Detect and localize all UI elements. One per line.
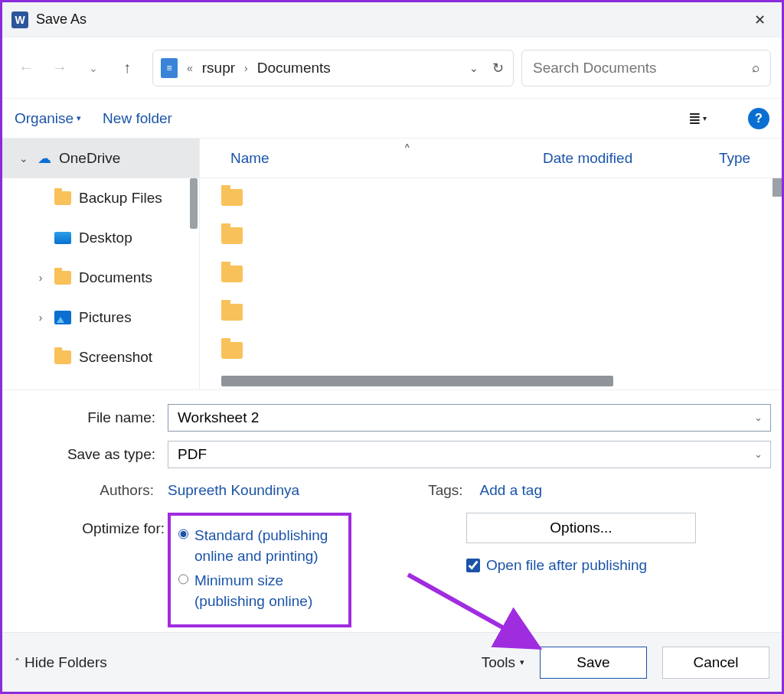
organise-menu[interactable]: Organise ▾ — [15, 110, 81, 127]
folder-icon — [54, 271, 71, 285]
tags-label: Tags: — [428, 482, 473, 499]
tree-item-backup-files[interactable]: Backup Files — [2, 178, 199, 218]
folder-icon — [221, 266, 243, 282]
body-split: ⌄ ☁ OneDrive Backup Files Desktop › Docu… — [2, 138, 782, 389]
open-after-label: Open file after publishing — [486, 557, 647, 574]
authors-label: Authors: — [13, 482, 162, 499]
tree-item-pictures[interactable]: › Pictures — [2, 298, 199, 337]
authors-value[interactable]: Supreeth Koundinya — [168, 482, 299, 499]
dialog-footer: ˄ Hide Folders Tools ▾ Save Cancel — [2, 632, 782, 692]
horizontal-scrollbar[interactable] — [221, 376, 613, 386]
chevron-right-icon[interactable]: « — [185, 62, 194, 74]
help-icon[interactable]: ? — [748, 108, 769, 129]
radio-standard-label: Standard (publishing online and printing… — [194, 525, 341, 567]
save-form: File name: Worksheet 2 ⌄ Save as type: P… — [2, 389, 782, 632]
chevron-right-icon: › — [243, 62, 250, 74]
tree-label: Documents — [79, 269, 152, 286]
file-list-pane: Name ˄ Date modified Type — [200, 138, 782, 389]
location-icon: ≡ — [161, 58, 178, 78]
hide-folders-label: Hide Folders — [24, 654, 107, 671]
file-row[interactable] — [200, 178, 782, 217]
search-input[interactable] — [533, 60, 752, 77]
collapse-icon[interactable]: ⌄ — [18, 152, 30, 165]
tree-label: Pictures — [79, 309, 132, 326]
search-icon[interactable]: ⌕ — [752, 60, 760, 76]
tree-item-screenshot[interactable]: Screenshot — [2, 337, 199, 377]
folder-icon — [221, 227, 243, 244]
address-bar[interactable]: ≡ « rsupr › Documents ⌄ ↻ — [152, 50, 514, 86]
close-icon[interactable]: ✕ — [746, 11, 773, 28]
save-as-type-value: PDF — [178, 446, 207, 463]
file-row[interactable] — [200, 255, 782, 293]
save-as-type-dropdown[interactable]: PDF ⌄ — [168, 441, 771, 468]
up-icon[interactable]: ↑ — [114, 55, 140, 81]
view-mode-button[interactable]: ≣ ▾ — [682, 106, 713, 132]
word-icon: W — [11, 11, 28, 28]
organise-label: Organise — [15, 110, 74, 127]
radio-standard[interactable]: Standard (publishing online and printing… — [178, 525, 341, 567]
cancel-button[interactable]: Cancel — [662, 647, 769, 679]
column-type[interactable]: Type — [719, 150, 768, 167]
column-name[interactable]: Name ˄ — [230, 149, 543, 167]
scrollbar-thumb[interactable] — [190, 178, 198, 229]
tags-value[interactable]: Add a tag — [480, 482, 542, 499]
tree-label: Screenshot — [79, 349, 152, 366]
tree-label: Desktop — [79, 230, 132, 246]
folder-icon — [221, 342, 243, 359]
tree-item-desktop[interactable]: Desktop — [2, 218, 199, 258]
open-after-checkbox[interactable]: Open file after publishing — [466, 557, 647, 574]
file-name-input[interactable]: Worksheet 2 ⌄ — [168, 404, 771, 432]
recent-dropdown-icon[interactable]: ⌄ — [80, 55, 106, 81]
save-as-type-label: Save as type: — [13, 446, 162, 463]
hide-folders-button[interactable]: ˄ Hide Folders — [15, 654, 107, 671]
file-row[interactable] — [200, 217, 782, 255]
expand-icon[interactable]: › — [34, 311, 47, 324]
chevron-down-icon: ▾ — [520, 657, 524, 667]
column-name-label: Name — [230, 150, 270, 166]
radio-minimum[interactable]: Minimum size (publishing online) — [178, 570, 341, 612]
chevron-down-icon[interactable]: ⌄ — [754, 448, 763, 460]
tools-menu[interactable]: Tools ▾ — [482, 654, 524, 671]
column-date-modified[interactable]: Date modified — [543, 150, 719, 167]
tools-label: Tools — [482, 654, 515, 671]
file-name-value: Worksheet 2 — [178, 409, 259, 426]
breadcrumb-folder[interactable]: Documents — [257, 60, 331, 77]
options-button[interactable]: Options... — [466, 513, 696, 543]
optimize-highlight-box: Standard (publishing online and printing… — [168, 513, 351, 627]
folder-toolbar: Organise ▾ New folder ≣ ▾ ? — [2, 99, 782, 138]
desktop-icon — [54, 232, 71, 244]
radio-minimum-input[interactable] — [178, 573, 188, 585]
file-name-label: File name: — [13, 409, 162, 426]
forward-icon: → — [47, 55, 73, 81]
tree-item-documents[interactable]: › Documents — [2, 258, 199, 298]
radio-standard-input[interactable] — [178, 528, 188, 540]
file-rows[interactable] — [200, 178, 782, 389]
refresh-icon[interactable]: ↻ — [491, 60, 505, 77]
title-bar: W Save As ✕ — [2, 2, 782, 37]
folder-tree[interactable]: ⌄ ☁ OneDrive Backup Files Desktop › Docu… — [2, 138, 200, 389]
folder-icon — [221, 304, 243, 321]
nav-buttons: ← → ⌄ ↑ — [13, 55, 140, 81]
tree-label: OneDrive — [59, 150, 120, 167]
new-folder-button[interactable]: New folder — [103, 110, 172, 127]
pictures-icon — [54, 311, 71, 324]
optimize-for-label: Optimize for: — [13, 513, 168, 537]
column-headers: Name ˄ Date modified Type — [200, 138, 782, 178]
scrollbar-thumb[interactable] — [773, 178, 782, 197]
folder-icon — [221, 189, 243, 206]
tree-item-onedrive[interactable]: ⌄ ☁ OneDrive — [2, 138, 199, 178]
file-row[interactable] — [200, 331, 782, 370]
sort-indicator-icon: ˄ — [403, 142, 411, 158]
save-button[interactable]: Save — [540, 647, 647, 679]
folder-icon — [54, 191, 71, 205]
breadcrumb-user[interactable]: rsupr — [202, 60, 235, 77]
chevron-down-icon: ▾ — [77, 113, 81, 123]
search-box[interactable]: ⌕ — [521, 50, 771, 86]
file-row[interactable] — [200, 293, 782, 331]
expand-icon[interactable]: › — [34, 272, 47, 284]
tree-label: Backup Files — [79, 190, 162, 207]
cloud-icon: ☁ — [38, 150, 51, 167]
open-after-input[interactable] — [466, 559, 480, 572]
chevron-down-icon[interactable]: ⌄ — [754, 412, 763, 423]
address-dropdown-icon[interactable]: ⌄ — [465, 62, 483, 74]
